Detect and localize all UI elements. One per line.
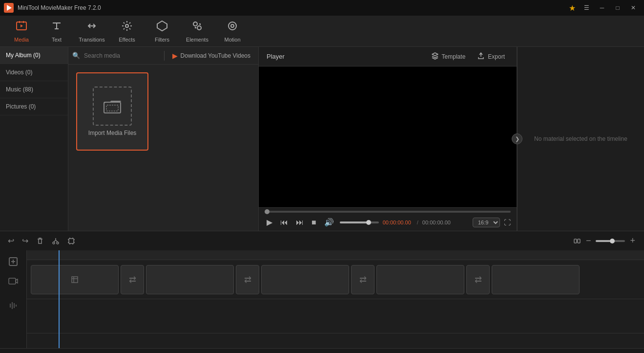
- video-track-icon: [3, 269, 23, 293]
- app-logo: [4, 3, 14, 13]
- media-content: Import Media Files: [68, 65, 258, 231]
- star-icon: ★: [569, 3, 576, 13]
- zoom-out-button[interactable]: −: [583, 235, 594, 247]
- menu-button[interactable]: ☰: [580, 2, 593, 13]
- media-icon: [16, 20, 27, 35]
- svg-point-7: [229, 22, 236, 30]
- toolbar-text[interactable]: Text: [39, 18, 74, 45]
- youtube-download-button[interactable]: ▶ Download YouTube Videos: [168, 50, 254, 62]
- export-button[interactable]: Export: [473, 50, 509, 63]
- toolbar-elements[interactable]: Elements: [180, 18, 215, 45]
- volume-button[interactable]: 🔊: [322, 217, 336, 228]
- minimize-button[interactable]: ─: [595, 2, 609, 13]
- fit-icon: [573, 237, 581, 245]
- template-button[interactable]: Template: [427, 50, 470, 63]
- toolbar-text-label: Text: [52, 37, 62, 43]
- right-panel: ❯ No material selected on the timeline: [517, 47, 644, 231]
- toolbar-filters[interactable]: Filters: [145, 18, 180, 45]
- sidebar-item-music[interactable]: Music (88): [0, 81, 68, 98]
- svg-rect-13: [69, 239, 74, 243]
- app-title: MiniTool MovieMaker Free 7.2.0: [18, 4, 569, 11]
- timeline-content: ⇄ ⇄ ⇄ ⇄: [27, 250, 644, 348]
- bottom-panel: ↩ ↪ −: [0, 231, 644, 353]
- svg-point-11: [53, 242, 55, 244]
- toolbar-effects[interactable]: Effects: [109, 18, 145, 45]
- timeline: ⇄ ⇄ ⇄ ⇄: [0, 250, 644, 348]
- maximize-button[interactable]: □: [611, 2, 624, 13]
- time-current: 00:00:00.00: [383, 220, 411, 225]
- sidebar-item-pictures[interactable]: Pictures (0): [0, 98, 68, 115]
- divider: [164, 51, 165, 61]
- toolbar-transitions[interactable]: Transitions: [74, 18, 109, 45]
- track-segment-trans-2[interactable]: ⇄: [236, 265, 259, 294]
- cut-button[interactable]: [50, 235, 62, 247]
- stop-button[interactable]: ■: [310, 217, 318, 228]
- effects-icon: [121, 20, 133, 35]
- zoom-controls: − +: [573, 235, 638, 247]
- next-frame-button[interactable]: ⏭: [294, 217, 306, 228]
- track-segment-3[interactable]: [261, 265, 349, 294]
- video-viewport: [259, 66, 517, 207]
- progress-dot: [265, 209, 270, 214]
- sidebar-item-my-album[interactable]: My Album (0): [0, 47, 68, 64]
- main-content: My Album (0) Videos (0) Music (88) Pictu…: [0, 47, 644, 231]
- svg-rect-17: [9, 278, 16, 284]
- svg-rect-14: [574, 239, 577, 243]
- track-segment-4[interactable]: [376, 265, 464, 294]
- elements-icon: [191, 20, 203, 35]
- add-track-button[interactable]: [3, 254, 23, 269]
- toolbar-motion-label: Motion: [224, 37, 240, 43]
- svg-point-6: [197, 26, 201, 30]
- track-segment-trans-3[interactable]: ⇄: [351, 265, 374, 294]
- svg-point-3: [125, 24, 128, 27]
- sidebar-item-videos[interactable]: Videos (0): [0, 64, 68, 81]
- toolbar-effects-label: Effects: [119, 37, 135, 43]
- svg-point-5: [193, 22, 197, 26]
- volume-slider[interactable]: [340, 221, 379, 223]
- toolbar-transitions-label: Transitions: [79, 37, 104, 43]
- player-header: Player Template Export: [259, 47, 517, 66]
- timeline-scrollbar[interactable]: [0, 348, 644, 353]
- import-label: Import Media Files: [88, 130, 137, 136]
- player-label: Player: [267, 53, 427, 60]
- sidebar: My Album (0) Videos (0) Music (88) Pictu…: [0, 47, 68, 231]
- timeline-tracks: ⇄ ⇄ ⇄ ⇄: [27, 260, 644, 338]
- toolbar-media-label: Media: [14, 37, 29, 43]
- fullscreen-button[interactable]: ⛶: [504, 219, 511, 226]
- delete-button[interactable]: [34, 235, 46, 247]
- aspect-ratio-select[interactable]: 16:9 9:16 4:3 1:1: [473, 218, 500, 227]
- svg-rect-10: [106, 105, 118, 111]
- track-segment-trans-4[interactable]: ⇄: [466, 265, 490, 294]
- playhead[interactable]: [59, 250, 60, 348]
- play-button[interactable]: ▶: [265, 217, 274, 228]
- layers-icon: [431, 52, 439, 61]
- track-segment-main[interactable]: [31, 265, 119, 294]
- motion-icon: [227, 20, 238, 35]
- toolbar-elements-label: Elements: [186, 37, 208, 43]
- prev-frame-button[interactable]: ⏮: [278, 217, 290, 228]
- track-segment-2[interactable]: [146, 265, 234, 294]
- redo-button[interactable]: ↪: [20, 234, 30, 247]
- text-icon: [51, 20, 62, 35]
- toolbar-motion[interactable]: Motion: [215, 18, 250, 45]
- undo-button[interactable]: ↩: [6, 234, 16, 247]
- svg-point-12: [57, 242, 59, 244]
- player-panel: Player Template Export: [259, 47, 517, 231]
- track-segment-5[interactable]: [492, 265, 580, 294]
- toolbar-media[interactable]: Media: [4, 18, 39, 45]
- toolbar-filters-label: Filters: [155, 37, 169, 43]
- progress-bar[interactable]: [265, 211, 511, 213]
- audio-track-icon: [3, 293, 23, 318]
- close-button[interactable]: ✕: [626, 2, 640, 13]
- media-toolbar: 🔍 ▶ Download YouTube Videos: [68, 47, 258, 65]
- no-material-text: No material selected on the timeline: [526, 128, 635, 150]
- zoom-in-button[interactable]: +: [627, 235, 638, 247]
- timeline-track-icons: [0, 250, 27, 348]
- crop-button[interactable]: [65, 235, 77, 247]
- video-track-row: ⇄ ⇄ ⇄ ⇄: [27, 260, 644, 299]
- import-media-card[interactable]: Import Media Files: [76, 72, 148, 151]
- track-segment-trans-1[interactable]: ⇄: [121, 265, 144, 294]
- zoom-slider[interactable]: [596, 240, 625, 242]
- collapse-panel-button[interactable]: ❯: [512, 133, 522, 144]
- search-input[interactable]: [84, 52, 160, 59]
